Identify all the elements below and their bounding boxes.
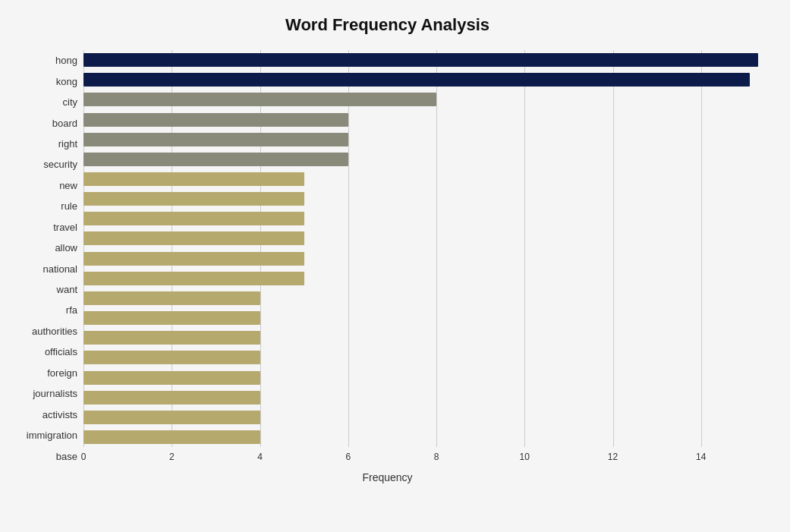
x-tick-label: 8 <box>434 452 439 462</box>
y-label: travel <box>53 222 77 232</box>
y-label: new <box>59 181 77 190</box>
bar-row <box>83 388 767 408</box>
bar-row <box>83 288 767 308</box>
bar <box>83 212 304 225</box>
y-label: officials <box>45 347 77 357</box>
bar-row <box>83 228 767 248</box>
x-tick-label: 10 <box>520 452 530 462</box>
bar-row <box>83 408 767 427</box>
y-label: rfa <box>66 305 77 315</box>
bar-row <box>83 189 767 209</box>
bar <box>83 172 304 186</box>
bar-row <box>83 427 767 447</box>
x-axis: 02468101214 <box>83 452 767 467</box>
y-label: journalists <box>33 389 77 398</box>
chart-container: Word Frequency Analysis hongkongcityboar… <box>0 0 790 532</box>
bar <box>83 252 304 266</box>
y-label: authorities <box>32 326 77 336</box>
y-axis: hongkongcityboardrightsecuritynewruletra… <box>8 50 83 467</box>
y-label: right <box>58 139 77 149</box>
y-label: rule <box>61 201 77 211</box>
x-tick-label: 2 <box>169 452 175 462</box>
bar <box>83 311 260 325</box>
y-label: national <box>42 264 77 274</box>
bar <box>83 53 758 67</box>
y-label: hong <box>55 55 77 65</box>
bar-row <box>83 368 767 388</box>
bar <box>83 93 436 106</box>
bar-row <box>83 109 767 129</box>
bar <box>83 73 750 87</box>
chart-title: Word Frequency Analysis <box>8 15 767 35</box>
bar-row <box>83 328 767 348</box>
bar-row <box>83 269 767 288</box>
y-label: activists <box>42 410 77 420</box>
bar-row <box>83 130 767 150</box>
y-label: kong <box>56 77 77 87</box>
bar <box>83 351 260 364</box>
y-label: immigration <box>27 430 77 440</box>
bar-row <box>83 50 767 70</box>
bar <box>83 391 260 405</box>
x-axis-title: Frequency <box>8 471 767 483</box>
bars-container <box>83 50 767 447</box>
x-tick-label: 6 <box>345 452 351 462</box>
bar <box>83 231 304 245</box>
bar-row <box>83 348 767 367</box>
bar <box>83 371 260 385</box>
bar <box>83 411 260 424</box>
bar <box>83 153 348 166</box>
y-label: board <box>52 118 77 128</box>
bar-row <box>83 90 767 109</box>
bar-row <box>83 169 767 189</box>
x-tick-label: 12 <box>608 452 618 462</box>
bar-row <box>83 249 767 269</box>
y-label: foreign <box>47 368 77 378</box>
bar-row <box>83 308 767 328</box>
y-label: want <box>57 285 77 294</box>
y-label: city <box>63 97 78 107</box>
bar <box>83 192 304 206</box>
bar <box>83 430 260 444</box>
y-label: base <box>56 452 77 461</box>
plot-area: 02468101214 <box>83 50 767 467</box>
bar-row <box>83 70 767 90</box>
y-label: security <box>43 159 77 169</box>
bar <box>83 133 348 146</box>
x-tick-label: 4 <box>257 452 263 462</box>
x-tick-label: 14 <box>696 452 706 462</box>
x-tick-label: 0 <box>81 452 87 462</box>
bar <box>83 113 348 127</box>
bar <box>83 272 304 285</box>
bar <box>83 291 260 305</box>
bar-row <box>83 150 767 169</box>
bar-row <box>83 209 767 228</box>
bar <box>83 331 260 345</box>
y-label: allow <box>55 243 77 253</box>
